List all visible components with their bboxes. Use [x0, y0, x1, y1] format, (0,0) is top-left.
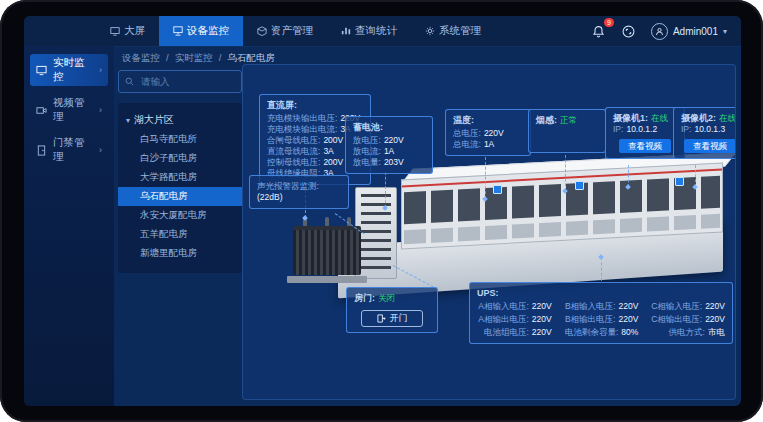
data-cell: A相输出电压:220V: [477, 314, 552, 325]
ups-panel: UPS: A相输入电压:220V B相输入电压:220V C相输入电压:220V…: [469, 282, 733, 344]
tree-item-selected[interactable]: 乌石配电房: [118, 187, 242, 206]
breadcrumb-item[interactable]: 实时监控: [175, 52, 213, 65]
sensor-marker[interactable]: [675, 177, 684, 186]
camera2-view-video-button[interactable]: 查看视频: [684, 139, 736, 153]
user-menu[interactable]: Admin001 ▾: [651, 23, 727, 40]
callout-connector: [601, 257, 602, 281]
tree-item[interactable]: 五羊配电房: [118, 225, 242, 244]
data-cell: A相输入电压:220V: [477, 301, 552, 312]
topbar: 大屏 设备监控 资产管理 查询统计 系统管理: [24, 16, 741, 47]
alarm-value: (22dB): [257, 192, 341, 203]
statistics-icon: [341, 26, 351, 36]
sidebar-item-realtime-monitor[interactable]: 实时监控 ›: [30, 54, 108, 86]
data-cell: C相输入电压:220V: [650, 301, 725, 312]
panel-title: 温度:: [453, 115, 523, 126]
data-row: IP:10.0.1.2: [613, 124, 677, 135]
panel-title: 蓄电池:: [353, 122, 425, 133]
nav-label: 大屏: [124, 24, 145, 38]
sound-light-alarm-panel: 声光报警器监测: (22dB): [249, 175, 349, 209]
nav-label: 资产管理: [271, 24, 313, 38]
door-panel: 房门:关闭 开门: [346, 287, 438, 333]
callout-connector: [385, 172, 386, 208]
user-icon: [655, 27, 664, 36]
settings-gear-icon: [425, 26, 435, 36]
fullscreen-button[interactable]: [621, 23, 637, 39]
tree-search-box[interactable]: [118, 70, 242, 93]
data-row: 放电量:203V: [353, 157, 425, 168]
data-row: 烟感:正常: [536, 115, 598, 126]
data-row: 总电流:1A: [453, 139, 523, 150]
data-cell: B相输入电压:220V: [564, 301, 639, 312]
callout-connector: [565, 155, 566, 191]
nav-item-device-monitor[interactable]: 设备监控: [159, 16, 243, 46]
nav-label: 系统管理: [439, 24, 481, 38]
breadcrumb-item[interactable]: 设备监控: [122, 52, 160, 65]
tree-collapse-icon: ▾: [126, 116, 130, 125]
sensor-marker[interactable]: [575, 181, 584, 190]
user-name: Admin001: [673, 26, 718, 37]
open-door-button[interactable]: 开门: [361, 310, 423, 327]
nav-item-statistics[interactable]: 查询统计: [327, 16, 411, 46]
chevron-down-icon: ▾: [723, 27, 727, 36]
camera2-panel: 摄像机2:在线 IP:10.0.1.3 查看视频: [673, 107, 736, 159]
sidebar-item-door-access[interactable]: 门禁管理 ›: [30, 134, 108, 166]
camera1-ip: 10.0.1.2: [626, 124, 657, 134]
realtime-monitor-icon: [36, 65, 47, 76]
tree-search-input[interactable]: [139, 75, 235, 88]
notification-bell-button[interactable]: 9: [591, 23, 607, 39]
device-monitor-icon: [173, 26, 183, 36]
avatar: [651, 23, 668, 40]
sidebar-item-video-manage[interactable]: 视频管理 ›: [30, 94, 108, 126]
tree-root-node[interactable]: ▾ 湖大片区: [118, 110, 242, 130]
notification-badge: 9: [604, 18, 614, 27]
main-nav: 大屏 设备监控 资产管理 查询统计 系统管理: [96, 16, 495, 46]
alarm-label: 声光报警器监测:: [257, 181, 341, 192]
data-cell: C相输出电压:220V: [650, 314, 725, 325]
data-cell: 电池组电压:220V: [477, 327, 552, 338]
camera1-view-video-button[interactable]: 查看视频: [619, 139, 671, 153]
data-row: 放电流:1A: [353, 146, 425, 157]
switchgear-cabinet-row[interactable]: [401, 153, 723, 250]
tree-item[interactable]: 白沙子配电房: [118, 149, 242, 168]
callout-connector: [485, 157, 486, 199]
door-status: 关闭: [378, 293, 395, 303]
data-cell: 电池剩余容量:80%: [564, 327, 639, 338]
temperature-panel: 温度: 总电压:220V 总电流:1A: [445, 109, 531, 156]
bell-icon: [592, 25, 605, 38]
nav-label: 设备监控: [187, 24, 229, 38]
fullscreen-icon: [622, 25, 635, 38]
sidebar-item-label: 实时监控: [53, 56, 93, 84]
tree-item[interactable]: 白马寺配电所: [118, 130, 242, 149]
nav-item-system[interactable]: 系统管理: [411, 16, 495, 46]
tree-item[interactable]: 永安大厦配电房: [118, 206, 242, 225]
assets-icon: [257, 26, 267, 36]
chevron-right-icon: ›: [99, 145, 102, 155]
room-3d-canvas: 直流屏: 充电模块输出电压:220V 充电模块输出电流:3A 合闸母线电压:20…: [242, 64, 736, 400]
sidebar-item-label: 视频管理: [53, 96, 93, 124]
sensor-marker[interactable]: [493, 185, 502, 194]
door-icon: [36, 145, 47, 156]
data-row: 摄像机2:在线: [681, 113, 736, 124]
tree-root-label: 湖大片区: [134, 113, 174, 127]
nav-item-assets[interactable]: 资产管理: [243, 16, 327, 46]
data-row: 房门:关闭: [354, 293, 430, 304]
battery-panel: 蓄电池: 放电压:220V 放电流:1A 放电量:203V: [345, 116, 433, 174]
smoke-status: 正常: [560, 115, 577, 125]
data-row: 摄像机1:在线: [613, 113, 677, 124]
transformer-base: [287, 276, 367, 283]
smoke-sensor-panel: 烟感:正常: [528, 109, 606, 153]
breadcrumb-separator: /: [166, 52, 169, 65]
tree-item[interactable]: 大学路配电房: [118, 168, 242, 187]
data-row: IP:10.0.1.3: [681, 124, 736, 135]
tree-item[interactable]: 新塘里配电房: [118, 244, 242, 263]
data-cell: B相输出电压:220V: [564, 314, 639, 325]
panel-title: 直流屏:: [267, 100, 363, 111]
video-camera-icon: [36, 105, 47, 116]
sidebar: 实时监控 › 视频管理 › 门禁管理 ›: [24, 46, 114, 406]
door-open-icon: [377, 314, 386, 323]
panel-title: UPS:: [477, 288, 725, 299]
breadcrumb-separator: /: [219, 52, 222, 65]
data-row: 总电压:220V: [453, 128, 523, 139]
ups-grid: A相输入电压:220V B相输入电压:220V C相输入电压:220V A相输出…: [477, 301, 725, 338]
nav-item-bigscreen[interactable]: 大屏: [96, 16, 159, 46]
